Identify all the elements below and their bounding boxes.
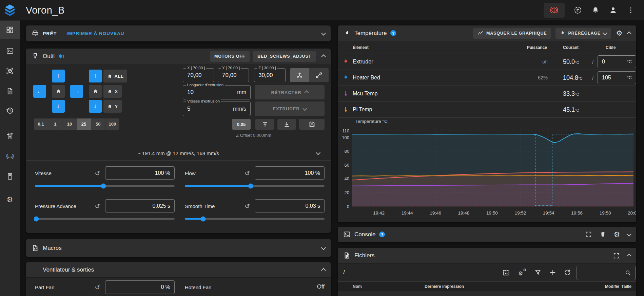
console-collapse-chevron-icon[interactable]: [627, 232, 631, 236]
home-x-button[interactable]: X: [103, 85, 122, 98]
sidebar-item-history[interactable]: [0, 101, 20, 120]
sidebar-item-dashboard[interactable]: [0, 21, 20, 39]
heater-name[interactable]: Heater Bed: [353, 75, 380, 81]
move-z-minus-button[interactable]: ↓: [89, 100, 102, 113]
move-distance-1[interactable]: 1: [48, 118, 62, 130]
z-offset-save-button[interactable]: [299, 119, 325, 130]
column-last-print[interactable]: Dernière impression: [425, 284, 464, 289]
temperature-collapse-chevron-icon[interactable]: [627, 31, 631, 36]
reset-icon[interactable]: ↺: [95, 170, 100, 177]
move-distance-100[interactable]: 100: [105, 118, 119, 130]
pressure-advance-field[interactable]: 0,025 s: [105, 199, 175, 212]
sidebar-item-config[interactable]: {…}: [0, 147, 20, 165]
reset-icon[interactable]: ↺: [245, 203, 250, 210]
home-y-button[interactable]: Y: [103, 100, 122, 113]
home-all-button[interactable]: ALL: [103, 70, 127, 82]
menu-dots-icon[interactable]: [626, 6, 635, 15]
pressure-advance-slider[interactable]: [35, 218, 175, 220]
notifications-bell-icon[interactable]: [591, 6, 600, 15]
emergency-stop-button[interactable]: [544, 3, 565, 18]
position-x-field[interactable]: X [ 70.00 ] 70,00: [183, 68, 214, 82]
macros-collapse-chevron-icon[interactable]: [321, 245, 326, 250]
part-fan-field[interactable]: 0 %: [105, 280, 175, 294]
move-distance-25[interactable]: 25: [77, 118, 91, 130]
retract-button[interactable]: RÉTRACTER: [255, 85, 325, 99]
motors-off-button[interactable]: MOTORS OFF: [210, 51, 250, 62]
reset-icon[interactable]: ↺: [245, 170, 250, 177]
z-offset-up-button[interactable]: [255, 119, 274, 130]
sidebar-item-tune[interactable]: [0, 127, 20, 145]
sidebar-item-machine[interactable]: [0, 167, 20, 185]
target-temperature-input[interactable]: 105°C: [598, 71, 636, 84]
heater-name[interactable]: Extruder: [353, 59, 373, 65]
column-modified[interactable]: Modifié ↓: [605, 284, 607, 289]
z-offset-down-button[interactable]: [277, 119, 296, 130]
refresh-icon[interactable]: [563, 269, 571, 277]
move-y-plus-button[interactable]: ↑: [52, 70, 65, 82]
help-badge[interactable]: ?: [390, 30, 396, 36]
flow-factor-field[interactable]: 100 %: [255, 166, 325, 180]
flow-factor-slider[interactable]: [185, 185, 325, 187]
cooldown-hint-icon[interactable]: ❄!: [58, 53, 64, 59]
home-xy-button[interactable]: [52, 85, 65, 98]
move-z-plus-button[interactable]: ↑: [89, 70, 102, 82]
bed-screws-adjust-button[interactable]: BED_SCREWS_ADJUST: [253, 51, 316, 62]
slider-thumb[interactable]: [200, 217, 206, 222]
smooth-time-field[interactable]: 0,03 s: [255, 199, 325, 212]
temperature-chart[interactable]: 02040608010011019:4219:4419:4619:4819:50…: [338, 115, 636, 222]
preset-button[interactable]: PRÉRÉGLAGE: [555, 28, 611, 39]
reset-icon[interactable]: ↺: [95, 203, 100, 210]
slider-thumb[interactable]: [34, 217, 39, 222]
hide-graph-button[interactable]: MASQUER LE GRAPHIQUE: [473, 28, 551, 39]
fullscreen-icon[interactable]: [612, 252, 620, 259]
thumbnail-view-icon[interactable]: [502, 269, 510, 277]
z-offset-step-button[interactable]: 0.05: [232, 119, 251, 130]
gear-icon[interactable]: ⚙: [613, 231, 621, 238]
sidebar-item-settings[interactable]: ⚙: [0, 190, 20, 209]
file-row[interactable]: [338, 291, 636, 296]
move-y-minus-button[interactable]: ↓: [52, 100, 65, 113]
current-path[interactable]: /: [343, 269, 345, 276]
move-distance-0.1[interactable]: 0.1: [34, 118, 48, 130]
heater-name[interactable]: Pi Temp: [353, 107, 372, 113]
add-file-icon[interactable]: [549, 269, 557, 277]
heater-name[interactable]: Mcu Temp: [353, 91, 378, 97]
move-distance-10[interactable]: 10: [62, 118, 77, 130]
files-collapse-chevron-icon[interactable]: [627, 254, 631, 258]
move-x-plus-button[interactable]: →: [70, 85, 83, 98]
extrusion-speed-field[interactable]: Vitesse d'extrusion 5 mm/s: [183, 101, 251, 116]
slider-thumb[interactable]: [248, 184, 253, 189]
position-z-field[interactable]: Z [ 30.00 ] 30,00: [254, 68, 286, 82]
slider-thumb[interactable]: [101, 184, 106, 189]
file-settings-icon[interactable]: ⚙⚙: [518, 269, 526, 277]
column-size[interactable]: Taille: [621, 284, 631, 289]
column-name[interactable]: Nom: [353, 284, 362, 289]
file-search-input[interactable]: [577, 266, 636, 280]
speed-factor-field[interactable]: 100 %: [105, 166, 175, 180]
mainsail-logo[interactable]: [0, 0, 20, 20]
smooth-time-slider[interactable]: [185, 218, 325, 220]
tool-collapse-chevron-icon[interactable]: [321, 54, 326, 59]
speed-factor-slider[interactable]: [35, 185, 175, 187]
gear-icon[interactable]: ⚙: [616, 30, 623, 37]
target-temperature-input[interactable]: 0°C: [598, 55, 636, 68]
extrude-button[interactable]: EXTRUDER: [255, 101, 325, 116]
home-z-button[interactable]: [89, 85, 102, 98]
position-y-field[interactable]: Y [ 70.00 ] 70,00: [218, 68, 249, 82]
trash-icon[interactable]: [599, 231, 606, 238]
vector-move-mode-button[interactable]: [309, 68, 329, 82]
status-collapse-chevron-icon[interactable]: [321, 31, 326, 35]
move-distance-50[interactable]: 50: [91, 118, 105, 130]
move-x-minus-button[interactable]: ←: [33, 85, 46, 98]
sidebar-item-files[interactable]: [0, 82, 20, 100]
fullscreen-icon[interactable]: [585, 231, 592, 238]
extrusion-length-field[interactable]: Longueur d'extrusion 10 mm: [183, 85, 251, 99]
reset-icon[interactable]: ↺: [95, 284, 100, 291]
update-icon[interactable]: [573, 6, 582, 15]
sidebar-item-console[interactable]: [0, 41, 20, 60]
filter-icon[interactable]: [534, 269, 542, 277]
axis-move-mode-button[interactable]: [290, 68, 309, 82]
fans-collapse-chevron-icon[interactable]: [321, 268, 326, 273]
account-icon[interactable]: [609, 6, 618, 15]
sidebar-item-gcode-preview[interactable]: [0, 62, 20, 80]
